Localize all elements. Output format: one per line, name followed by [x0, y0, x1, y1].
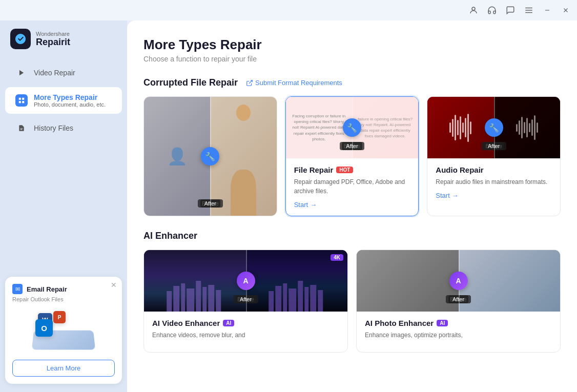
user-icon[interactable] — [468, 5, 479, 15]
photo-repair-image: 👤 🔧 Before After — [144, 97, 277, 216]
logo-text: Wondershare Repairit — [36, 31, 70, 48]
file-repair-body: File Repair HOT Repair damaged PDF, Offi… — [286, 158, 419, 216]
main-content: More Types Repair Choose a function to r… — [127, 20, 577, 392]
ai-photo-badge: AI — [437, 320, 448, 326]
menu-icon[interactable] — [524, 5, 534, 15]
video-repair-label: Video Repair — [34, 69, 75, 77]
ai-photo-enhancer-image: A Before After — [357, 250, 560, 312]
waveform-before — [449, 112, 471, 143]
city-before — [144, 250, 246, 312]
ai-video-enhancer-title: AI Video Enhancer AI — [152, 319, 339, 327]
submit-format-link[interactable]: Submit Format Requirements — [246, 79, 342, 87]
corrupted-file-repair-section-header: Corrupted File Repair Submit Format Requ… — [143, 77, 561, 88]
ai-photo-before — [357, 250, 459, 312]
page-subtitle: Choose a function to repair your file — [143, 55, 561, 63]
ai-photo-enhancer-desc: Enhance images, optimize portraits, — [365, 331, 552, 340]
photo-repair-tool-icon: 🔧 — [201, 147, 219, 166]
svg-rect-25 — [298, 281, 303, 312]
file-repair-hot-badge: HOT — [336, 167, 353, 173]
title-bar — [0, 0, 577, 20]
svg-rect-21 — [269, 291, 274, 312]
svg-rect-18 — [202, 287, 207, 312]
svg-marker-7 — [19, 70, 24, 76]
svg-rect-26 — [304, 287, 308, 312]
video-repair-icon — [15, 67, 28, 79]
waveform-after — [516, 112, 538, 143]
learn-more-button[interactable]: Learn More — [12, 360, 115, 377]
photo-repair-body: Photo Repair HOT Repair corrupted photos… — [144, 216, 277, 216]
headphone-icon[interactable] — [487, 5, 497, 15]
svg-rect-19 — [208, 285, 214, 312]
ai-photo-enhance-icon: A — [449, 272, 468, 290]
audio-repair-image: 🔧 Before After — [427, 97, 560, 158]
svg-rect-11 — [22, 101, 24, 103]
sidebar-item-more-types-repair[interactable]: More Types Repair Photo, document, audio… — [5, 87, 122, 114]
ai-video-enhancer-desc: Enhance videos, remove blur, and — [152, 331, 339, 340]
svg-rect-9 — [22, 98, 24, 100]
4k-badge: 4K — [331, 254, 343, 261]
svg-rect-17 — [196, 281, 201, 312]
file-repair-image: Facing corruption or failure in opening … — [286, 97, 419, 158]
close-icon[interactable] — [561, 5, 571, 15]
svg-rect-28 — [318, 290, 323, 312]
logo-icon — [10, 29, 31, 49]
powerpoint-icon: P — [53, 311, 66, 323]
svg-rect-16 — [187, 288, 194, 312]
ai-photo-enhancer-body: AI Photo Enhancer AI Enhance images, opt… — [357, 312, 560, 352]
ai-enhancer-title: AI Enhancer — [143, 231, 197, 241]
file-repair-start-link[interactable]: Start → — [294, 201, 410, 209]
more-types-label: More Types Repair — [34, 93, 106, 101]
logo-title: Repairit — [36, 37, 70, 48]
photo-repair-card[interactable]: 👤 🔧 Before After — [143, 96, 277, 216]
audio-repair-body: Audio Repair Repair audio files in mains… — [427, 158, 560, 207]
svg-rect-20 — [216, 290, 221, 312]
file-repair-title: File Repair HOT — [294, 166, 410, 174]
submit-format-label: Submit Format Requirements — [255, 79, 342, 87]
ai-photo-after — [459, 250, 561, 312]
ai-photo-enhancer-card[interactable]: A Before After AI Photo Enhancer AI Enha… — [356, 250, 561, 353]
svg-rect-24 — [288, 288, 296, 312]
logo-brand: Wondershare — [36, 31, 70, 37]
promo-card: ✕ ✉ Email Repair Repair Outlook Files W … — [5, 277, 122, 384]
corrupted-file-repair-title: Corrupted File Repair — [143, 77, 238, 88]
promo-header: ✉ Email Repair — [12, 284, 115, 294]
logo: Wondershare Repairit — [0, 29, 127, 59]
svg-rect-10 — [19, 101, 21, 103]
promo-title: Email Repair — [27, 285, 67, 293]
chat-icon[interactable] — [505, 5, 516, 15]
more-types-icon — [15, 94, 28, 107]
svg-rect-27 — [310, 285, 316, 312]
svg-point-0 — [472, 7, 475, 10]
ai-enhancer-section-header: AI Enhancer — [143, 231, 561, 241]
ai-video-enhancer-image: A 4K Before After — [144, 250, 347, 312]
ai-enhancer-cards: A 4K Before After AI Video Enhancer AI E… — [143, 250, 561, 353]
minimize-icon[interactable] — [542, 5, 552, 15]
audio-repair-desc: Repair audio files in mainstream formats… — [436, 177, 552, 187]
history-files-label: History Files — [34, 124, 73, 132]
promo-close-button[interactable]: ✕ — [111, 281, 117, 289]
ai-video-enhancer-body: AI Video Enhancer AI Enhance videos, rem… — [144, 312, 347, 352]
sidebar-item-video-repair[interactable]: Video Repair — [5, 60, 122, 85]
file-repair-card[interactable]: Facing corruption or failure in opening … — [285, 96, 419, 216]
file-repair-tool-icon: 🔧 — [343, 118, 361, 137]
audio-repair-title: Audio Repair — [436, 166, 552, 174]
svg-rect-23 — [283, 283, 287, 312]
promo-subtitle: Repair Outlook Files — [12, 296, 115, 302]
outlook-icon: O — [35, 319, 53, 337]
svg-rect-14 — [173, 286, 179, 312]
file-repair-desc: Repair damaged PDF, Office, Adobe and ar… — [294, 177, 410, 196]
audio-repair-card[interactable]: 🔧 Before After Audio Repair Repair audio… — [427, 96, 561, 216]
svg-line-12 — [249, 80, 252, 83]
svg-rect-22 — [275, 286, 281, 312]
svg-rect-15 — [181, 283, 185, 312]
audio-repair-start-link[interactable]: Start → — [436, 192, 552, 199]
more-types-sub: Photo, document, audio, etc. — [34, 101, 106, 108]
corrupted-file-repair-cards: 👤 🔧 Before After — [143, 96, 561, 216]
ai-video-enhancer-card[interactable]: A 4K Before After AI Video Enhancer AI E… — [143, 250, 348, 353]
promo-illustration: W O P — [12, 306, 115, 353]
sidebar-item-history-files[interactable]: History Files — [5, 116, 122, 140]
svg-rect-13 — [167, 291, 172, 312]
sidebar: Wondershare Repairit Video Repair More T… — [0, 20, 127, 392]
ai-video-enhance-icon: A — [237, 272, 255, 290]
audio-repair-tool-icon: 🔧 — [485, 118, 503, 137]
